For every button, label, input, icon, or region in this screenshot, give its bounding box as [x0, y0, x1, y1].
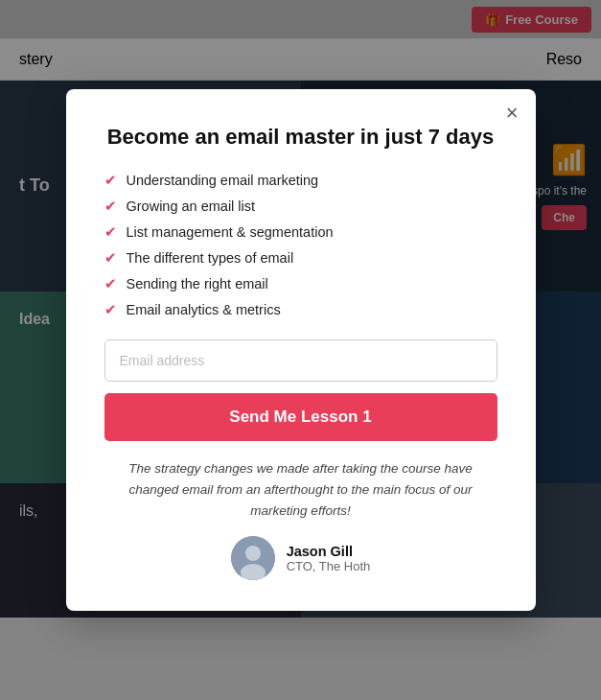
checklist-item: ✔List management & segmentation	[104, 223, 497, 241]
svg-point-1	[245, 546, 261, 561]
checklist-item: ✔Understanding email marketing	[104, 172, 497, 189]
check-icon: ✔	[104, 172, 117, 189]
author-title: CTO, The Hoth	[287, 559, 371, 573]
author-name: Jason Gill	[287, 544, 371, 559]
testimonial-text: The strategy changes we made after takin…	[104, 458, 497, 521]
author-info: Jason Gill CTO, The Hoth	[287, 544, 371, 573]
checklist-item: ✔The different types of email	[104, 249, 497, 267]
check-icon: ✔	[104, 223, 117, 241]
check-icon: ✔	[104, 301, 117, 318]
checklist-item: ✔Growing an email list	[104, 198, 497, 215]
author-section: Jason Gill CTO, The Hoth	[104, 536, 497, 580]
email-modal: × Become an email master in just 7 days …	[66, 89, 536, 611]
check-icon: ✔	[104, 275, 117, 292]
avatar	[231, 536, 275, 580]
check-icon: ✔	[104, 198, 117, 215]
modal-overlay[interactable]: × Become an email master in just 7 days …	[0, 0, 601, 700]
close-button[interactable]: ×	[506, 103, 519, 124]
checklist: ✔Understanding email marketing✔Growing a…	[104, 172, 497, 318]
modal-title: Become an email master in just 7 days	[104, 124, 497, 152]
checklist-item: ✔Sending the right email	[104, 275, 497, 292]
email-input[interactable]	[104, 339, 497, 382]
submit-button[interactable]: Send Me Lesson 1	[104, 393, 497, 441]
check-icon: ✔	[104, 249, 117, 267]
checklist-item: ✔Email analytics & metrics	[104, 301, 497, 318]
